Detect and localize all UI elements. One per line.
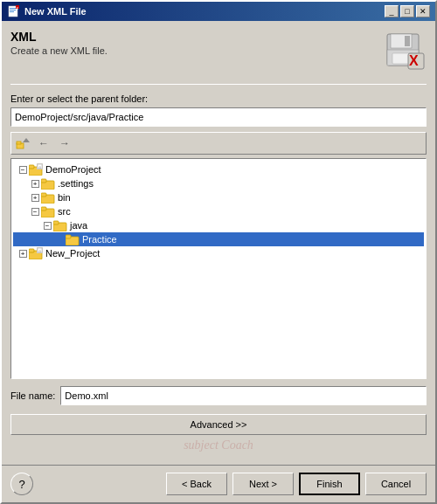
tree-item-bin[interactable]: + bin xyxy=(13,190,424,204)
maximize-button[interactable]: □ xyxy=(400,5,414,17)
cancel-button[interactable]: Cancel xyxy=(365,473,427,495)
file-name-label: File name: xyxy=(10,390,55,401)
project-icon-newproject: ⊙ xyxy=(29,247,43,259)
expander-src[interactable]: − xyxy=(29,205,41,217)
tree-label-bin: bin xyxy=(58,192,71,203)
close-button[interactable]: ✕ xyxy=(416,5,430,17)
svg-rect-14 xyxy=(17,142,21,144)
advanced-button[interactable]: Advanced >> xyxy=(10,414,427,435)
svg-rect-24 xyxy=(41,193,46,197)
folder-icon-src xyxy=(41,205,55,217)
expander-practice[interactable] xyxy=(53,233,66,245)
help-button[interactable]: ? xyxy=(10,473,33,495)
svg-text:X: X xyxy=(409,53,419,68)
new-xml-file-dialog: X New XML File _ □ ✕ XML Create a new XM… xyxy=(0,0,437,504)
tree-item-java[interactable]: − java xyxy=(13,218,424,232)
folder-icon-java xyxy=(53,219,67,231)
svg-text:⊙: ⊙ xyxy=(38,165,41,169)
expander-settings[interactable]: + xyxy=(29,177,41,190)
svg-rect-26 xyxy=(41,207,46,211)
title-bar-text: New XML File xyxy=(24,6,87,17)
project-icon-demoproject: ⊙ xyxy=(29,163,43,176)
header-description: Create a new XML file. xyxy=(10,45,108,56)
expander-newproject[interactable]: + xyxy=(17,247,29,259)
folder-tree[interactable]: − ⊙ DemoProject + xyxy=(10,158,427,379)
title-bar: X New XML File _ □ ✕ xyxy=(2,2,435,21)
svg-rect-28 xyxy=(53,221,59,224)
navigate-forward-button[interactable]: → xyxy=(55,135,74,152)
dialog-icon: X xyxy=(7,4,21,18)
tree-item-demoproject[interactable]: − ⊙ DemoProject xyxy=(13,162,424,176)
header-title: XML xyxy=(10,30,108,44)
svg-rect-3 xyxy=(10,11,14,12)
tree-label-settings: .settings xyxy=(58,178,94,189)
tree-item-src[interactable]: − src xyxy=(13,204,424,218)
svg-rect-2 xyxy=(10,10,16,10)
header-section: XML Create a new XML file. X xyxy=(10,30,427,73)
xml-file-icon: X xyxy=(384,31,426,72)
tree-item-newproject[interactable]: + ⊙ New_Project xyxy=(13,246,424,260)
svg-marker-15 xyxy=(23,138,30,142)
dialog-content: XML Create a new XML file. X Enter xyxy=(2,21,435,465)
header-text: XML Create a new XML file. xyxy=(10,30,108,56)
header-icon: X xyxy=(383,30,427,73)
file-name-input[interactable] xyxy=(60,386,427,405)
next-button[interactable]: Next > xyxy=(232,473,294,495)
tree-item-settings[interactable]: + .settings xyxy=(13,176,424,190)
expander-demoproject[interactable]: − xyxy=(17,163,29,176)
svg-rect-17 xyxy=(29,165,34,169)
folder-input[interactable] xyxy=(10,107,427,127)
svg-rect-22 xyxy=(41,179,46,183)
tree-label-practice: Practice xyxy=(82,234,117,245)
svg-text:⊙: ⊙ xyxy=(38,249,41,253)
folder-icon-practice xyxy=(66,233,80,245)
tree-label-demoproject: DemoProject xyxy=(45,164,101,175)
finish-button[interactable]: Finish xyxy=(299,473,360,495)
tree-item-practice[interactable]: Practice xyxy=(13,232,424,246)
folder-icon-bin xyxy=(41,191,55,204)
header-divider xyxy=(10,84,427,85)
svg-rect-8 xyxy=(405,36,410,46)
file-name-section: File name: xyxy=(10,386,427,405)
title-bar-controls: _ □ ✕ xyxy=(385,5,430,17)
navigate-up-button[interactable] xyxy=(13,135,32,152)
navigate-back-button[interactable]: ← xyxy=(34,135,53,152)
back-button[interactable]: < Back xyxy=(166,473,227,495)
svg-rect-1 xyxy=(10,8,16,9)
minimize-button[interactable]: _ xyxy=(385,5,399,17)
tree-label-src: src xyxy=(58,206,71,217)
expander-java[interactable]: − xyxy=(41,219,53,231)
tree-label-java: java xyxy=(70,220,87,231)
svg-rect-30 xyxy=(66,235,71,238)
folder-label: Enter or select the parent folder: xyxy=(10,93,427,104)
expander-bin[interactable]: + xyxy=(29,191,41,204)
svg-rect-32 xyxy=(29,249,34,252)
title-bar-left: X New XML File xyxy=(7,4,87,18)
folder-icon-settings xyxy=(41,177,55,190)
tree-label-newproject: New_Project xyxy=(45,248,100,259)
dialog-buttons: < Back Next > Finish Cancel xyxy=(166,473,427,495)
watermark: subject Coach xyxy=(10,435,427,456)
folder-toolbar: ← → xyxy=(10,132,427,155)
button-bar: ? < Back Next > Finish Cancel xyxy=(2,465,435,502)
